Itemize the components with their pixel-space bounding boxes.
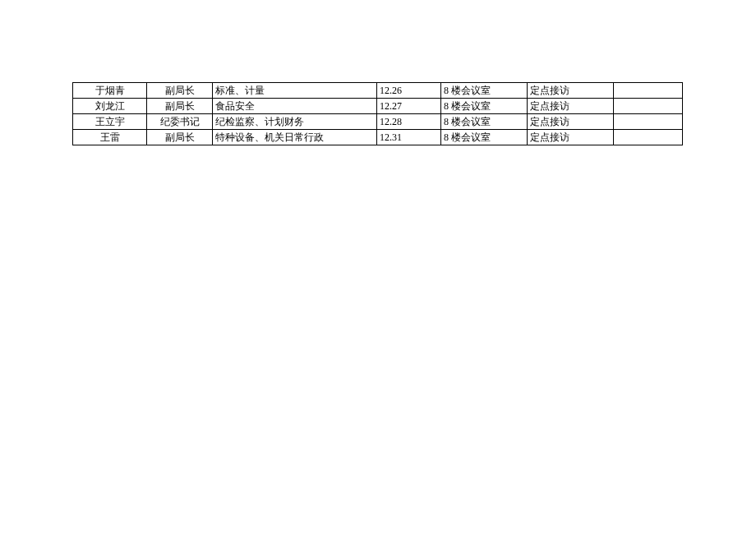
table-row: 王雷 副局长 特种设备、机关日常行政 12.31 8 楼会议室 定点接访 [73,130,683,145]
cell-type: 定点接访 [528,99,614,114]
cell-location: 8 楼会议室 [441,99,528,114]
cell-location: 8 楼会议室 [441,130,528,145]
cell-blank [614,130,683,145]
cell-name: 于烟青 [73,83,147,99]
cell-type: 定点接访 [528,114,614,130]
cell-duty: 标准、计量 [213,83,377,99]
cell-location: 8 楼会议室 [441,114,528,130]
cell-duty: 食品安全 [213,99,377,114]
cell-title: 纪委书记 [147,114,213,130]
cell-title: 副局长 [147,99,213,114]
cell-title: 副局长 [147,130,213,145]
cell-blank [614,99,683,114]
cell-date: 12.31 [377,130,441,145]
cell-name: 王雷 [73,130,147,145]
cell-name: 王立宇 [73,114,147,130]
table-row: 王立宇 纪委书记 纪检监察、计划财务 12.28 8 楼会议室 定点接访 [73,114,683,130]
cell-type: 定点接访 [528,83,614,99]
schedule-table: 于烟青 副局长 标准、计量 12.26 8 楼会议室 定点接访 刘龙江 副局长 … [72,82,683,145]
cell-date: 12.27 [377,99,441,114]
cell-blank [614,114,683,130]
table-row: 于烟青 副局长 标准、计量 12.26 8 楼会议室 定点接访 [73,83,683,99]
cell-type: 定点接访 [528,130,614,145]
cell-duty: 特种设备、机关日常行政 [213,130,377,145]
cell-date: 12.28 [377,114,441,130]
cell-duty: 纪检监察、计划财务 [213,114,377,130]
cell-date: 12.26 [377,83,441,99]
cell-blank [614,83,683,99]
cell-title: 副局长 [147,83,213,99]
schedule-table-container: 于烟青 副局长 标准、计量 12.26 8 楼会议室 定点接访 刘龙江 副局长 … [72,82,682,145]
table-row: 刘龙江 副局长 食品安全 12.27 8 楼会议室 定点接访 [73,99,683,114]
cell-location: 8 楼会议室 [441,83,528,99]
cell-name: 刘龙江 [73,99,147,114]
